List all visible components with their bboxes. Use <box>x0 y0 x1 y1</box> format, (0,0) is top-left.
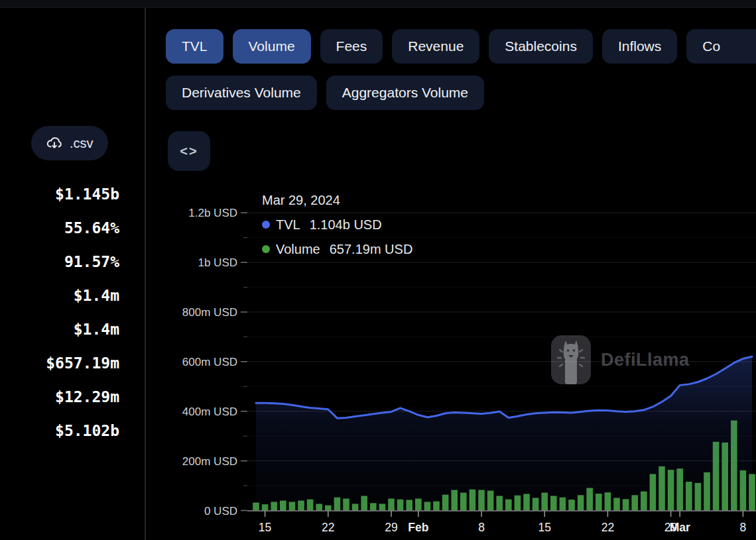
tab-inflows[interactable]: Inflows <box>602 29 677 64</box>
svg-text:Mar: Mar <box>670 521 690 534</box>
svg-text:1.2b USD: 1.2b USD <box>188 207 237 219</box>
tooltip-date: Mar 29, 2024 <box>262 193 412 207</box>
tooltip-tvl-value: 1.104b USD <box>310 217 382 232</box>
svg-text:15: 15 <box>259 521 271 534</box>
volume-bars-series <box>253 421 755 511</box>
svg-text:15: 15 <box>538 521 550 534</box>
metric-tabs-row-1: TVL Volume Fees Revenue Stablecoins Infl… <box>166 29 756 64</box>
tab-co-partial[interactable]: Co <box>686 29 756 64</box>
stat-staked: $5.102b <box>0 414 119 448</box>
tooltip-volume-value: 657.19m USD <box>330 242 413 256</box>
svg-text:8: 8 <box>478 521 485 534</box>
stat-volume: $657.19m <box>0 347 119 380</box>
svg-text:8: 8 <box>740 521 747 534</box>
tooltip-volume-label: Volume <box>276 242 320 256</box>
svg-text:0 USD: 0 USD <box>204 505 237 517</box>
csv-button-label: .csv <box>70 136 94 151</box>
stat-pct-1: 55.64% <box>0 211 119 245</box>
chart-tooltip: Mar 29, 2024 TVL 1.104b USD Volume 657.1… <box>262 193 412 266</box>
tab-stablecoins[interactable]: Stablecoins <box>489 29 593 64</box>
download-cloud-icon <box>46 135 63 152</box>
tab-revenue[interactable]: Revenue <box>392 29 479 64</box>
code-brackets-icon: <> <box>180 144 198 158</box>
svg-text:400m USD: 400m USD <box>182 405 237 418</box>
protocol-stats: $1.145b 55.64% 91.57% $1.4m $1.4m $657.1… <box>0 178 119 448</box>
stat-inflows: $12.29m <box>0 380 119 414</box>
tooltip-row-tvl: TVL 1.104b USD <box>262 217 412 232</box>
svg-text:Feb: Feb <box>408 521 428 534</box>
svg-text:22: 22 <box>322 521 334 534</box>
embed-chart-button[interactable]: <> <box>168 131 210 171</box>
stat-fees: $1.4m <box>0 279 119 313</box>
stat-pct-2: 91.57% <box>0 245 119 279</box>
watermark-text: DefiLlama <box>601 350 690 370</box>
stat-revenue: $1.4m <box>0 313 119 347</box>
stat-tvl: $1.145b <box>0 178 119 211</box>
svg-text:600m USD: 600m USD <box>182 356 237 368</box>
download-csv-button[interactable]: .csv <box>31 126 108 160</box>
defillama-watermark: DefiLlama <box>551 335 690 384</box>
svg-text:800m USD: 800m USD <box>182 306 237 319</box>
tab-fees[interactable]: Fees <box>320 29 383 64</box>
sidebar-divider <box>145 8 146 540</box>
top-bar <box>0 0 756 8</box>
tab-volume[interactable]: Volume <box>233 29 311 64</box>
tab-aggregators-volume[interactable]: Aggregators Volume <box>326 76 484 110</box>
svg-text:22: 22 <box>601 521 614 534</box>
svg-text:1b USD: 1b USD <box>198 256 237 269</box>
volume-legend-dot-icon <box>262 245 270 253</box>
tooltip-row-volume: Volume 657.19m USD <box>262 242 412 256</box>
defillama-llama-logo-icon <box>551 335 591 384</box>
svg-text:29: 29 <box>664 521 677 534</box>
svg-text:29: 29 <box>385 521 397 534</box>
tvl-legend-dot-icon <box>262 221 270 229</box>
svg-text:200m USD: 200m USD <box>182 455 237 468</box>
metric-tabs-row-2: Derivatives Volume Aggregators Volume <box>166 76 484 110</box>
tab-tvl[interactable]: TVL <box>166 29 223 64</box>
tooltip-tvl-label: TVL <box>276 217 300 232</box>
tab-derivatives-volume[interactable]: Derivatives Volume <box>166 76 317 110</box>
